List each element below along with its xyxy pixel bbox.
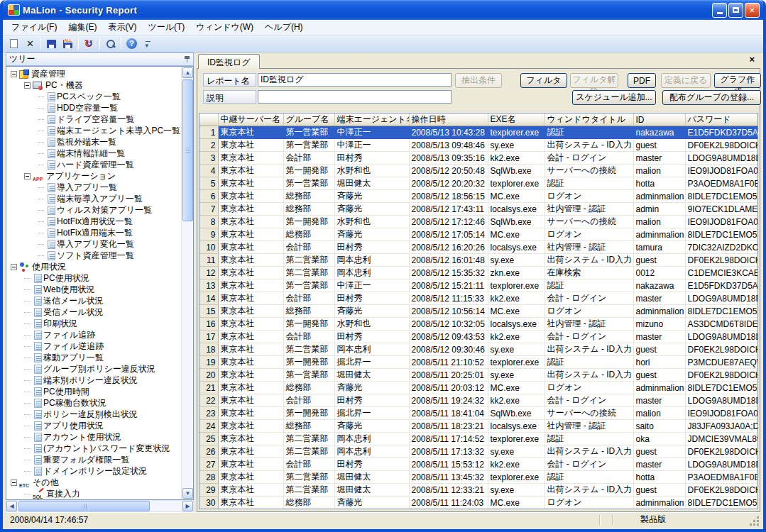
tab-close-icon[interactable]: × xyxy=(749,55,755,64)
table-row[interactable]: 28東京本社第二営業部堀田健太2008/5/11 13:45:32texplor… xyxy=(199,471,758,484)
column-header[interactable]: ID xyxy=(633,113,685,126)
table-row[interactable]: 10東京本社会計部田村秀2008/5/12 16:20:26localsys.e… xyxy=(199,241,758,254)
tree-item[interactable]: 稼動アプリ一覧 xyxy=(6,352,181,363)
tree-item[interactable]: HotFix適用端末一覧 xyxy=(6,227,181,238)
menu-item[interactable]: 編集(E) xyxy=(62,20,102,35)
tree-item[interactable]: (アカウント)パスワード変更状況 xyxy=(6,443,181,454)
column-header[interactable]: 操作日時 xyxy=(409,113,488,126)
tree-item[interactable]: ファイル逆追跡 xyxy=(6,340,181,352)
tree-item[interactable]: アプリケーション xyxy=(6,170,181,182)
tab-id-monitor-log[interactable]: ID監視ログ xyxy=(198,54,260,69)
refresh-button[interactable] xyxy=(81,36,97,51)
tree-item[interactable]: 重要フォルダ権限一覧 xyxy=(6,454,181,465)
tree-item[interactable]: 端末毎導入アプリ一覧 xyxy=(6,193,181,204)
tree-item[interactable]: HotFix適用状況一覧 xyxy=(6,216,181,227)
tree-item[interactable]: グループ別ポリシー違反状況 xyxy=(6,363,181,375)
chevron-button[interactable] xyxy=(140,36,156,51)
table-row[interactable]: 17東京本社会計部田村秀2008/5/12 09:43:53kk2.exe会計 … xyxy=(199,331,758,343)
table-row[interactable]: 9東京本社総務部斉藤光2008/5/12 17:05:14MC.exeログオンa… xyxy=(199,228,758,241)
tree-item[interactable]: Web使用状況 xyxy=(6,284,181,295)
table-row[interactable]: 13東京本社第一営業部中澤正一2008/5/12 15:21:11texplor… xyxy=(199,279,758,292)
menu-item[interactable]: ヘルプ(H) xyxy=(259,20,309,35)
report-name-input[interactable] xyxy=(258,73,452,87)
tree-item[interactable]: PC使用時間 xyxy=(6,386,181,397)
tree-item[interactable]: 受信メール状況 xyxy=(6,306,181,318)
add-schedule-button[interactable]: スケジュール追加... xyxy=(572,90,656,105)
tree-item[interactable]: PC稼働台数状況 xyxy=(6,397,181,409)
tree-item[interactable]: 端末別ポリシー違反状況 xyxy=(6,375,181,386)
scroll-right-icon[interactable]: ▶ xyxy=(182,501,193,511)
tree-item[interactable]: 送信メール状況 xyxy=(6,295,181,306)
menu-item[interactable]: 表示(V) xyxy=(102,20,142,35)
tree-expander[interactable] xyxy=(24,82,31,89)
table-row[interactable]: 15東京本社総務部斉藤光2008/5/12 10:56:14MC.exeログオン… xyxy=(199,305,758,318)
tree-expander[interactable] xyxy=(11,71,17,77)
column-header[interactable]: 端末エージェント名 xyxy=(334,113,409,126)
tree-item[interactable]: 使用状況 xyxy=(6,261,181,272)
tree-vertical-scrollbar[interactable]: ▲ ▼ xyxy=(181,67,193,499)
column-header[interactable]: グループ名 xyxy=(283,113,334,126)
table-row[interactable]: 14東京本社会計部田村秀2008/5/12 11:15:33kk2.exe会計 … xyxy=(199,292,758,305)
table-row[interactable]: 30東京本社総務部斉藤光2008/5/11 11:24:03MC.exeログオン… xyxy=(199,497,758,509)
table-row[interactable]: 5東京本社第一営業部堀田健太2008/5/12 20:20:32texplore… xyxy=(199,177,758,190)
table-row[interactable]: 29東京本社第二営業部堀田健太2008/5/11 12:33:21sy.exe出… xyxy=(199,484,758,497)
save-button[interactable] xyxy=(43,36,60,51)
tree-item[interactable]: ウィルス対策アプリ一覧 xyxy=(6,204,181,216)
tree-item[interactable]: その他 xyxy=(6,477,181,488)
table-row[interactable]: 26東京本社第二営業部岡本忠利2008/5/11 17:13:32sy.exe出… xyxy=(199,445,758,458)
description-input[interactable] xyxy=(258,90,452,104)
minimize-button[interactable] xyxy=(712,3,727,18)
table-row[interactable]: 25東京本社第二営業部岡本忠利2008/5/11 17:14:52texplor… xyxy=(199,433,758,445)
pdf-button[interactable]: PDF xyxy=(628,73,656,88)
scroll-left-icon[interactable]: ◀ xyxy=(6,501,17,511)
tree-item[interactable]: ドメインポリシー設定状況 xyxy=(6,465,181,477)
table-row[interactable]: 21東京本社総務部斉藤光2008/5/11 20:03:12MC.exeログオン… xyxy=(199,382,758,394)
column-header[interactable]: 中継サーバー名 xyxy=(218,113,283,126)
table-row[interactable]: 20東京本社第一営業部堀田健太2008/5/11 20:25:01sy.exe出… xyxy=(199,369,758,382)
tree-item[interactable]: PCスペック一覧 xyxy=(6,91,181,102)
tree-item[interactable]: 資産管理 xyxy=(6,68,181,79)
filter-button[interactable]: フィルタ xyxy=(520,73,567,88)
table-row[interactable]: 16東京本社第一開発部水野和也2008/5/12 10:32:05localsy… xyxy=(199,318,758,331)
tree-item[interactable]: ドライブ空容量一覧 xyxy=(6,113,181,125)
help-button[interactable] xyxy=(124,36,140,51)
tree-item[interactable]: アプリ使用状況 xyxy=(6,420,181,431)
scroll-up-icon[interactable]: ▲ xyxy=(182,67,193,78)
tree-item[interactable]: 端末情報詳細一覧 xyxy=(6,148,181,159)
tree-horizontal-scrollbar[interactable]: ◀ ▶ xyxy=(6,500,194,512)
tree-item[interactable]: PC使用状況 xyxy=(6,272,181,284)
maximize-button[interactable] xyxy=(728,3,743,18)
table-row[interactable]: 11東京本社第二営業部岡本忠利2008/5/12 16:01:48sy.exe出… xyxy=(199,254,758,267)
table-row[interactable]: 7東京本社総務部斉藤光2008/5/12 17:43:11localsys.ex… xyxy=(199,203,758,216)
table-row[interactable]: 2東京本社第一営業部中澤正一2008/5/13 09:48:46sy.exe出荷… xyxy=(199,139,758,152)
search-button[interactable] xyxy=(102,36,119,51)
tree-item[interactable]: 導入アプリ変化一覧 xyxy=(6,238,181,250)
tree-item[interactable]: HDD空容量一覧 xyxy=(6,102,181,113)
column-header[interactable]: パスワード xyxy=(685,113,758,126)
table-row[interactable]: 19東京本社第一開発部掘北昇一2008/5/11 21:10:52texplor… xyxy=(199,356,758,369)
resize-grip[interactable] xyxy=(750,516,760,526)
tree-item[interactable]: アカウント使用状況 xyxy=(6,431,181,443)
close-button[interactable]: ✕ xyxy=(745,3,760,18)
table-row[interactable]: 24東京本社総務部斉藤光2008/5/11 18:23:21localsys.e… xyxy=(199,420,758,433)
table-row[interactable]: 3東京本社会計部田村秀2008/5/13 09:35:16kk2.exe会計 -… xyxy=(199,152,758,165)
column-header[interactable]: EXE名 xyxy=(488,113,545,126)
tree-item[interactable]: 監視外端末一覧 xyxy=(6,136,181,148)
tree-item[interactable]: ファイル追跡 xyxy=(6,329,181,340)
row-number-header[interactable] xyxy=(199,113,218,126)
tree-item[interactable]: ソフト資産管理一覧 xyxy=(6,250,181,261)
tree-expander[interactable] xyxy=(24,173,31,179)
table-row[interactable]: 31東京本社会計部田村秀2008/5/11 10:59:54kk2.exe会計 … xyxy=(199,509,758,510)
tree-item[interactable]: 端末エージェント未導入PC一覧 xyxy=(6,125,181,136)
create-graph-button[interactable]: グラフ作成 xyxy=(714,73,761,88)
pin-icon[interactable] xyxy=(184,55,190,63)
table-row[interactable]: 1東京本社第一営業部中澤正一2008/5/13 10:43:28texplore… xyxy=(199,126,758,139)
menu-item[interactable]: ウィンドウ(W) xyxy=(190,20,259,35)
table-row[interactable]: 27東京本社会計部田村秀2008/5/11 15:53:12kk2.exe会計 … xyxy=(199,458,758,471)
tree-item[interactable]: 直接入力 xyxy=(6,488,181,499)
close-button[interactable] xyxy=(22,36,38,51)
tree-item[interactable]: 導入アプリ一覧 xyxy=(6,182,181,193)
tree-item[interactable]: ポリシー違反別検出状況 xyxy=(6,409,181,420)
menu-item[interactable]: ファイル(F) xyxy=(6,20,62,35)
scroll-down-icon[interactable]: ▼ xyxy=(182,488,193,499)
